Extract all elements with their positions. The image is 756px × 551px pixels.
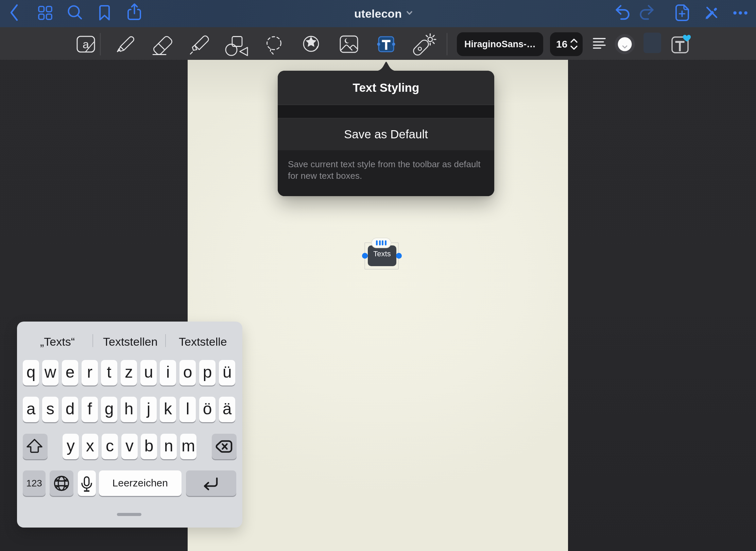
svg-text:a: a — [83, 38, 89, 51]
